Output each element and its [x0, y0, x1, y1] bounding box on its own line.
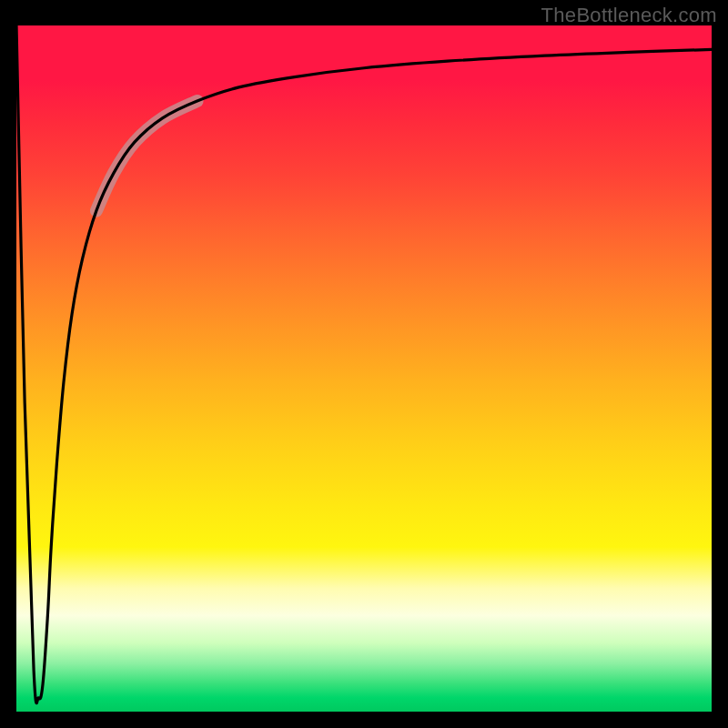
curve-highlight	[96, 101, 197, 211]
curve-svg	[16, 25, 712, 712]
credit-label: TheBottleneck.com	[541, 4, 717, 27]
plot-area	[16, 25, 712, 712]
bottleneck-curve	[16, 25, 712, 703]
chart-frame: TheBottleneck.com	[0, 0, 728, 728]
